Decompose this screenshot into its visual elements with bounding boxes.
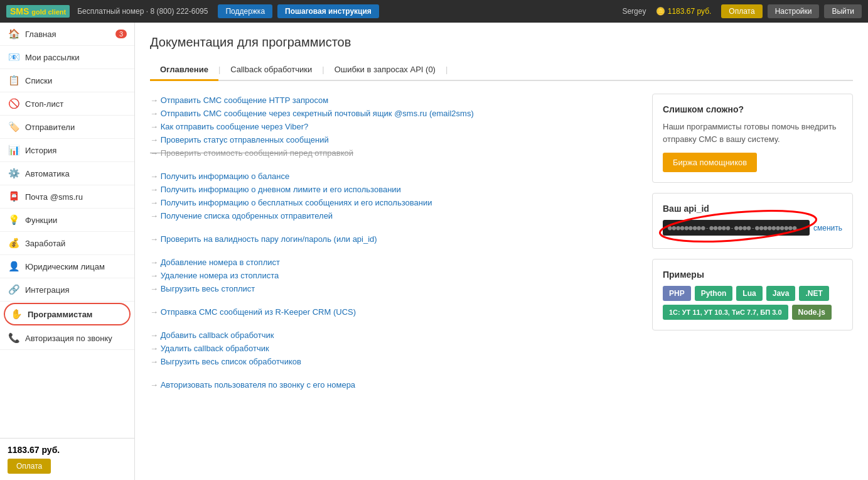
- sidebar-item-label-mail: Почта @sms.ru: [25, 192, 83, 202]
- example-btn-java[interactable]: Java: [766, 286, 796, 301]
- navbar-pay-button[interactable]: Оплата: [721, 4, 762, 18]
- sidebar-item-mailings[interactable]: 📧Мои рассылки: [0, 46, 134, 69]
- free-number: Бесплатный номер · 8 (800) 222-6095: [77, 7, 208, 16]
- example-btn-lua[interactable]: Lua: [736, 286, 762, 301]
- sidebar-item-label-earn: Заработай: [25, 239, 65, 248]
- doc-link-0-1[interactable]: Отправить СМС сообщение через секретный …: [150, 107, 640, 120]
- logo-sub: gold client: [31, 8, 66, 16]
- lists-icon: 📋: [8, 75, 20, 86]
- step-by-step-button[interactable]: Пошаговая инструкция: [277, 4, 379, 18]
- links-group-6: Авторизовать пользователя по звонку с ег…: [150, 378, 640, 391]
- api-id-box: Ваш api_id ●●●●●●●●●-●●●●●-●●●●-●●●●●●●●…: [652, 193, 853, 249]
- doc-link-0-0[interactable]: Отправить СМС сообщение HTTP запросом: [150, 94, 640, 107]
- exchange-button[interactable]: Биржа помощников: [663, 153, 757, 172]
- example-btn-net[interactable]: .NET: [799, 286, 828, 301]
- doc-link-1-0[interactable]: Получить информацию о балансе: [150, 170, 640, 183]
- senders-icon: 🏷️: [8, 121, 20, 133]
- doc-link-5-0[interactable]: Добавить callback обработчик: [150, 329, 640, 342]
- doc-link-2-0[interactable]: Проверить на валидность пару логин/парол…: [150, 232, 640, 246]
- sidebar-item-senders[interactable]: 🏷️Отправители: [0, 116, 134, 139]
- navbar-logout-button[interactable]: Выйти: [824, 4, 862, 18]
- api-id-field: ●●●●●●●●●-●●●●●-●●●●-●●●●●●●●●●●● сменит…: [663, 220, 842, 236]
- tab-contents[interactable]: Оглавление: [150, 60, 218, 81]
- too-complex-text: Наши программисты готовы помочь внедрить…: [663, 121, 842, 145]
- earn-icon: 💰: [8, 237, 20, 249]
- sidebar-item-devs[interactable]: ✋Программистам: [4, 303, 131, 325]
- sidebar-item-earn[interactable]: 💰Заработай: [0, 232, 134, 255]
- links-group-3: Добавление номера в стоплистУдаление ном…: [150, 256, 640, 295]
- home-icon: 🏠: [8, 28, 20, 40]
- mailings-icon: 📧: [8, 52, 20, 63]
- doc-link-5-1[interactable]: Удалить callback обработчик: [150, 342, 640, 355]
- sidebar: 🏠Главная3📧Мои рассылки📋Списки🚫Стоп-лист🏷…: [0, 23, 135, 480]
- right-panel: Слишком сложно? Наши программисты готовы…: [652, 94, 853, 401]
- examples-box: Примеры PHPPythonLuaJava.NET1С: УТ 11, У…: [652, 259, 853, 330]
- doc-link-3-2[interactable]: Выгрузить весь стоплист: [150, 282, 640, 295]
- doc-link-0-3[interactable]: Проверить статус отправленных сообщений: [150, 133, 640, 146]
- sidebar-pay-button[interactable]: Оплата: [8, 459, 51, 474]
- sidebar-item-label-auto: Автоматика: [25, 169, 70, 178]
- links-group-2: Проверить на валидность пару логин/парол…: [150, 232, 640, 246]
- sidebar-item-label-stoplist: Стоп-лист: [25, 99, 63, 109]
- links-group-5: Добавить callback обработчикУдалить call…: [150, 329, 640, 368]
- auto-icon: ⚙️: [8, 168, 20, 179]
- layout: 🏠Главная3📧Мои рассылки📋Списки🚫Стоп-лист🏷…: [0, 23, 868, 480]
- doc-link-5-2[interactable]: Выгрузить весь список обработчиков: [150, 355, 640, 368]
- mail-icon: 📮: [8, 191, 20, 202]
- main-inner: Документация для программистов Оглавлени…: [135, 23, 868, 480]
- sidebar-item-label-home: Главная: [25, 30, 56, 39]
- page-title: Документация для программистов: [150, 35, 853, 50]
- example-btn-python[interactable]: Python: [695, 286, 733, 301]
- links-group-4: Отправка СМС сообщений из R-Keeper CRM (…: [150, 305, 640, 319]
- api-id-label: Ваш api_id: [663, 204, 842, 214]
- sidebar-item-label-history: История: [25, 146, 56, 155]
- example-btn-node[interactable]: Node.js: [792, 305, 832, 320]
- authcall-icon: 📞: [8, 332, 20, 344]
- doc-link-4-0[interactable]: Отправка СМС сообщений из R-Keeper CRM (…: [150, 305, 640, 319]
- navbar: SMS gold client Бесплатный номер · 8 (80…: [0, 0, 868, 23]
- tab-callbacks[interactable]: Callback обработчики: [220, 60, 322, 81]
- examples-buttons: PHPPythonLuaJava.NET1С: УТ 11, УТ 10.3, …: [663, 286, 842, 320]
- sidebar-item-label-functions: Функции: [25, 215, 57, 225]
- doc-link-3-1[interactable]: Удаление номера из стоплиста: [150, 269, 640, 282]
- sidebar-item-label-lists: Списки: [25, 76, 52, 85]
- doc-link-3-0[interactable]: Добавление номера в стоплист: [150, 256, 640, 269]
- api-id-value: ●●●●●●●●●-●●●●●-●●●●-●●●●●●●●●●●●: [663, 220, 810, 236]
- example-btn-uc[interactable]: 1С: УТ 11, УТ 10.3, ТиС 7.7, БП 3.0: [663, 305, 788, 320]
- support-button[interactable]: Поддержка: [218, 4, 272, 18]
- sidebar-item-label-integration: Интеграция: [25, 285, 70, 295]
- sidebar-item-legal[interactable]: 👤Юридическим лицам: [0, 255, 134, 278]
- sidebar-item-stoplist[interactable]: 🚫Стоп-лист: [0, 92, 134, 116]
- sidebar-item-history[interactable]: 📊История: [0, 139, 134, 162]
- navbar-settings-button[interactable]: Настройки: [768, 4, 820, 18]
- sidebar-item-auto[interactable]: ⚙️Автоматика: [0, 162, 134, 185]
- sidebar-item-functions[interactable]: 💡Функции: [0, 209, 134, 232]
- tab-errors[interactable]: Ошибки в запросах API (0): [324, 60, 446, 81]
- example-btn-php[interactable]: PHP: [663, 286, 691, 301]
- links-group-1: Получить информацию о балансеПолучить ин…: [150, 170, 640, 222]
- stoplist-icon: 🚫: [8, 98, 20, 109]
- doc-link-1-1[interactable]: Получить информацию о дневном лимите и е…: [150, 183, 640, 196]
- main-content: Документация для программистов Оглавлени…: [135, 23, 868, 480]
- doc-link-0-4[interactable]: Проверить стоимость сообщений перед отпр…: [150, 146, 640, 160]
- sidebar-item-lists[interactable]: 📋Списки: [0, 69, 134, 92]
- doc-link-1-3[interactable]: Получение списка одобренных отправителей: [150, 209, 640, 222]
- sidebar-item-integration[interactable]: 🔗Интеграция: [0, 278, 134, 302]
- integration-icon: 🔗: [8, 284, 20, 295]
- doc-link-6-0[interactable]: Авторизовать пользователя по звонку с ег…: [150, 378, 640, 391]
- sidebar-item-mail[interactable]: 📮Почта @sms.ru: [0, 185, 134, 209]
- change-api-id-link[interactable]: сменить: [813, 224, 842, 232]
- too-complex-box: Слишком сложно? Наши программисты готовы…: [652, 94, 853, 183]
- sidebar-item-label-authcall: Авторизация по звонку: [25, 334, 112, 343]
- doc-link-0-2[interactable]: Как отправить сообщение через Viber?: [150, 120, 640, 133]
- navbar-user: Sergey: [622, 7, 646, 16]
- devs-icon: ✋: [10, 308, 23, 320]
- sidebar-item-home[interactable]: 🏠Главная3: [0, 23, 134, 46]
- sidebar-item-authcall[interactable]: 📞Авторизация по звонку: [0, 327, 134, 350]
- functions-icon: 💡: [8, 214, 20, 226]
- balance-amount: 1183.67 руб.: [8, 445, 127, 455]
- logo: SMS gold client: [6, 5, 70, 18]
- doc-link-1-2[interactable]: Получить информацию о бесплатных сообщен…: [150, 196, 640, 209]
- sidebar-balance: 1183.67 руб. Оплата: [0, 438, 134, 480]
- logo-text: SMS: [10, 6, 29, 16]
